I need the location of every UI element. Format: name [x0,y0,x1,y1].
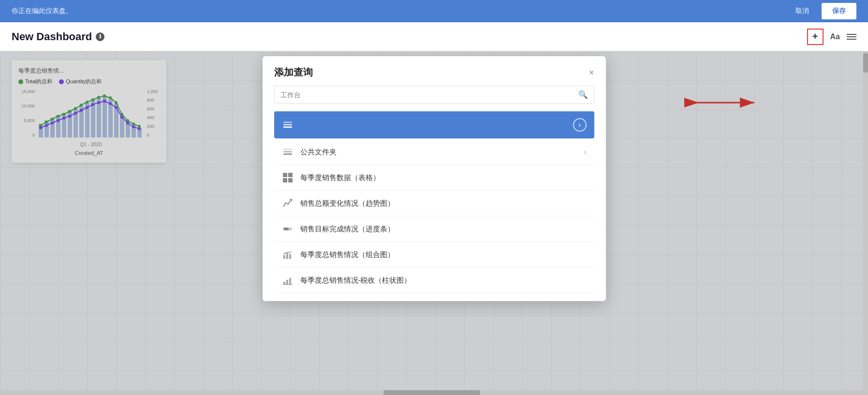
chevron-right-public: › [584,148,586,156]
menu-icon[interactable] [847,34,856,40]
modal-list: › 公共文件夹 › [263,111,606,301]
cancel-button[interactable]: 取消 [789,4,816,18]
add-button[interactable]: + [807,29,824,45]
modal-close-button[interactable]: × [589,68,594,77]
svg-rect-57 [283,126,292,128]
layers-icon-active [282,119,294,131]
font-button[interactable]: Aa [830,32,840,41]
svg-rect-73 [286,280,288,285]
quarterly-combo-label: 每季度总销售情况（组合图） [300,250,395,259]
svg-rect-69 [283,255,285,259]
svg-rect-71 [289,254,291,259]
svg-rect-70 [286,253,288,259]
bar-icon [282,274,294,286]
svg-rect-58 [283,124,292,125]
sales-trend-label: 销售总额变化情况（趋势图） [300,199,395,208]
menu-line-1 [847,34,856,35]
svg-rect-59 [283,122,292,123]
quarterly-table-label: 每季度销售数据（表格） [300,173,380,182]
list-item-quarterly-combo[interactable]: 每季度总销售情况（组合图） [274,242,594,268]
menu-line-2 [847,36,856,37]
modal-title: 添加查询 [274,66,313,79]
list-item-quarterly-table[interactable]: 每季度销售数据（表格） [274,165,594,191]
svg-rect-61 [283,151,292,152]
info-icon[interactable]: ℹ [96,32,104,41]
layers-icon-gray [282,146,294,158]
svg-rect-74 [289,278,291,285]
modal-overlay: 添加查询 × 🔍 [0,51,868,395]
svg-rect-62 [283,149,292,150]
list-item-sales-trend[interactable]: 销售总额变化情况（趋势图） [274,191,594,216]
svg-rect-66 [288,178,293,182]
modal-search-input[interactable] [280,91,578,99]
svg-rect-72 [283,282,285,285]
list-item-public-folder[interactable]: 公共文件夹 › [274,139,594,165]
list-item-sales-progress[interactable]: 销售目标完成情况（进度条） [274,216,594,242]
editing-notice: 你正在编此仪表盘。 [12,7,73,15]
public-folder-label: 公共文件夹 [300,148,337,157]
progress-icon [282,223,294,235]
list-item-quarterly-bar[interactable]: 每季度总销售情况-税收（柱状图） [274,268,594,293]
search-icon: 🔍 [578,90,588,99]
combo-icon [282,249,294,260]
menu-line-3 [847,39,856,40]
chevron-right-active: › [573,118,587,132]
header-right: + Aa [807,29,856,45]
add-query-modal: 添加查询 × 🔍 [263,56,606,301]
sales-progress-label: 销售目标完成情况（进度条） [300,225,395,234]
svg-rect-68 [283,228,289,230]
top-bar: 你正在编此仪表盘。 取消 保存 [0,0,868,22]
list-item-workspace-active[interactable]: › [274,111,594,138]
dashboard-title-text: New Dashboard [12,30,92,43]
svg-rect-63 [283,173,287,177]
svg-rect-60 [283,153,292,155]
trend-icon [282,198,294,209]
dashboard-title: New Dashboard ℹ [12,30,104,43]
save-button[interactable]: 保存 [822,3,856,19]
table-icon [282,172,294,183]
modal-header: 添加查询 × [263,56,606,86]
main-content: 每季度总销售情... Total的总和 Quantity的总和 15,000 1… [0,51,868,395]
svg-rect-64 [288,173,293,177]
top-bar-actions: 取消 保存 [789,3,856,19]
svg-rect-65 [283,178,287,182]
sub-header: New Dashboard ℹ + Aa [0,22,868,51]
modal-search-bar[interactable]: 🔍 [274,86,594,104]
quarterly-bar-label: 每季度总销售情况-税收（柱状图） [300,276,412,285]
